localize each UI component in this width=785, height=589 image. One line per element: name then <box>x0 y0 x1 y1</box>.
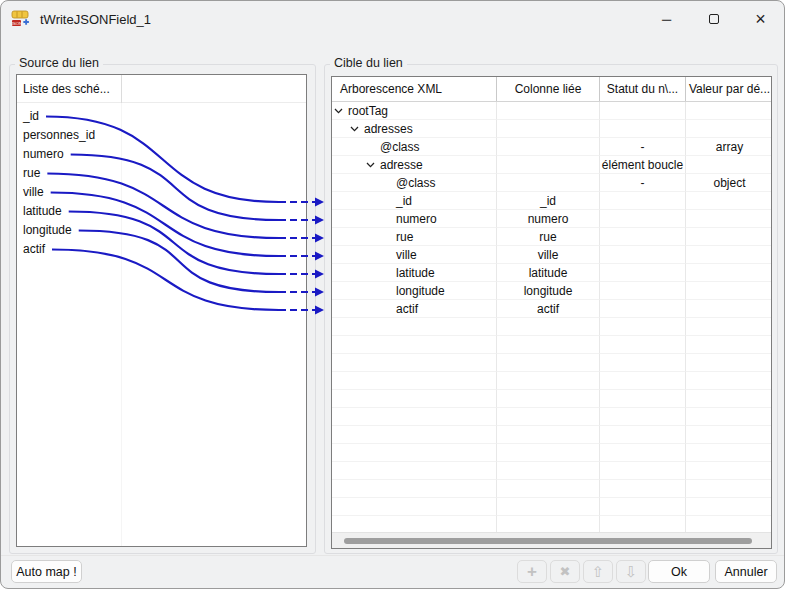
field-label: _id <box>17 109 39 123</box>
linked-column-cell <box>497 120 600 138</box>
tree-node-label: numero <box>396 212 437 226</box>
table-row[interactable] <box>332 462 771 480</box>
list-item[interactable]: latitude <box>17 201 306 220</box>
source-group: Source du lien Liste des sché... _idpers… <box>9 64 316 554</box>
plus-icon: + <box>527 562 537 582</box>
table-row[interactable] <box>332 390 771 408</box>
tree-node-cell: actif <box>332 300 497 318</box>
tree-node-cell <box>332 498 497 516</box>
target-group: Cible du lien Arborescence XML Colonne l… <box>324 64 778 554</box>
window-title: tWriteJSONField_1 <box>40 12 151 27</box>
table-row[interactable]: actifactif <box>332 300 771 318</box>
source-schema-list[interactable]: Liste des sché... _idpersonnes_idnumeror… <box>16 74 307 547</box>
list-item[interactable]: rue <box>17 163 306 182</box>
ok-button[interactable]: Ok <box>648 560 710 583</box>
linked-column-cell <box>497 102 600 120</box>
table-row[interactable] <box>332 336 771 354</box>
schema-column-header: Liste des sché... <box>23 82 110 96</box>
linked-column-cell <box>497 318 600 336</box>
default-value-cell <box>686 444 772 462</box>
status-cell <box>600 462 686 480</box>
table-row[interactable]: villeville <box>332 246 771 264</box>
xml-tree-table[interactable]: Arborescence XML Colonne liée Statut du … <box>331 76 772 549</box>
tree-node-cell <box>332 426 497 444</box>
list-item[interactable]: numero <box>17 144 306 163</box>
delete-button[interactable]: ✖ <box>550 560 580 583</box>
default-value-cell <box>686 300 772 318</box>
auto-map-button[interactable]: Auto map ! <box>11 560 82 583</box>
maximize-button[interactable] <box>690 1 737 37</box>
tree-node-cell <box>332 462 497 480</box>
column-header-colonne-liee[interactable]: Colonne liée <box>497 77 600 101</box>
horizontal-scrollbar[interactable] <box>332 532 771 548</box>
tree-node-cell <box>332 444 497 462</box>
move-up-button[interactable]: ⇧ <box>583 560 613 583</box>
arrowhead-icon <box>315 198 324 207</box>
table-row[interactable] <box>332 426 771 444</box>
table-row[interactable] <box>332 408 771 426</box>
xml-tree-body: rootTagadresses@class-arrayadresseélémen… <box>332 102 771 534</box>
list-item[interactable]: longitude <box>17 220 306 239</box>
add-button[interactable]: + <box>517 560 547 583</box>
cross-icon: ✖ <box>560 564 571 579</box>
arrowhead-icon <box>315 234 324 243</box>
chevron-down-icon[interactable] <box>350 126 359 132</box>
tree-node-cell <box>332 318 497 336</box>
table-row[interactable] <box>332 372 771 390</box>
chevron-down-icon[interactable] <box>366 162 375 168</box>
default-value-cell <box>686 282 772 300</box>
column-header-arborescence[interactable]: Arborescence XML <box>332 77 497 101</box>
linked-column-cell <box>497 354 600 372</box>
scrollbar-thumb[interactable] <box>344 538 752 544</box>
table-row[interactable]: latitudelatitude <box>332 264 771 282</box>
status-cell <box>600 120 686 138</box>
table-row[interactable]: numeronumero <box>332 210 771 228</box>
cancel-button[interactable]: Annuler <box>715 560 777 583</box>
table-row[interactable] <box>332 480 771 498</box>
tree-node-label: actif <box>396 302 418 316</box>
linked-column-cell <box>497 174 600 192</box>
table-row[interactable] <box>332 498 771 516</box>
field-label: personnes_id <box>17 128 95 142</box>
tree-node-label: adresses <box>364 122 413 136</box>
table-row[interactable]: adresses <box>332 120 771 138</box>
table-row[interactable]: rootTag <box>332 102 771 120</box>
tree-node-cell <box>332 354 497 372</box>
chevron-down-icon[interactable] <box>334 108 343 114</box>
list-item[interactable]: _id <box>17 106 306 125</box>
minimize-button[interactable]: ─ <box>643 1 690 37</box>
source-list-header: Liste des sché... <box>17 75 306 103</box>
table-row[interactable]: adresseélément boucle <box>332 156 771 174</box>
table-row[interactable]: ruerue <box>332 228 771 246</box>
column-header-valeur[interactable]: Valeur par dé... <box>686 77 772 101</box>
linked-column-cell <box>497 462 600 480</box>
list-item[interactable]: actif <box>17 239 306 258</box>
target-group-title: Cible du lien <box>330 56 407 70</box>
move-down-button[interactable]: ⇩ <box>616 560 646 583</box>
table-row[interactable] <box>332 354 771 372</box>
window-controls: ─ × <box>643 1 784 37</box>
list-item[interactable]: ville <box>17 182 306 201</box>
status-cell <box>600 318 686 336</box>
table-row[interactable]: @class-array <box>332 138 771 156</box>
table-row[interactable]: _id_id <box>332 192 771 210</box>
table-row[interactable]: longitudelongitude <box>332 282 771 300</box>
default-value-cell <box>686 192 772 210</box>
tree-node-cell: longitude <box>332 282 497 300</box>
table-row[interactable] <box>332 318 771 336</box>
status-cell <box>600 480 686 498</box>
table-row[interactable]: @class-object <box>332 174 771 192</box>
default-value-cell <box>686 408 772 426</box>
table-row[interactable] <box>332 444 771 462</box>
tree-node-cell: adresses <box>332 120 497 138</box>
arrow-down-icon: ⇩ <box>625 563 638 581</box>
close-button[interactable]: × <box>737 1 784 37</box>
arrowhead-icon <box>315 288 324 297</box>
twritejsonfield-icon: JSON <box>10 8 32 30</box>
default-value-cell <box>686 318 772 336</box>
default-value-cell <box>686 228 772 246</box>
list-item[interactable]: personnes_id <box>17 125 306 144</box>
column-header-statut[interactable]: Statut du n\... <box>600 77 686 101</box>
field-label: numero <box>17 147 64 161</box>
default-value-cell <box>686 354 772 372</box>
